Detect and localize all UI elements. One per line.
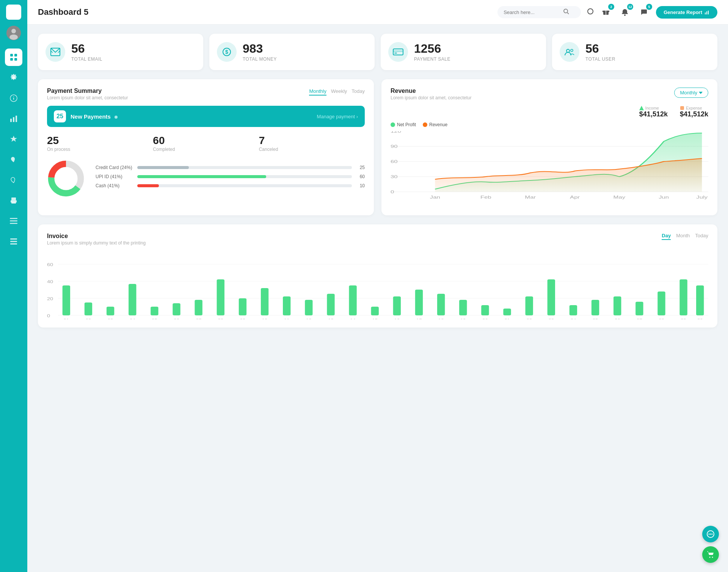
sidebar-item-heart2[interactable] [5, 171, 22, 189]
invoice-bar-30 [696, 285, 704, 315]
bar-label-upi: UPI ID (41%) [96, 174, 133, 179]
svg-text:May: May [613, 195, 626, 199]
invoice-tab-today[interactable]: Today [695, 233, 708, 240]
svg-point-30 [624, 14, 626, 16]
invoice-tab-month[interactable]: Month [676, 233, 690, 240]
svg-line-26 [567, 13, 569, 14]
payment-tab-weekly[interactable]: Weekly [331, 88, 347, 96]
chat-float-button[interactable] [702, 526, 719, 542]
svg-rect-16 [16, 116, 17, 122]
invoice-tab-day[interactable]: Day [662, 233, 671, 240]
sidebar [0, 0, 27, 572]
bar-track-credit [137, 166, 352, 169]
sidebar-item-star[interactable] [5, 130, 22, 148]
svg-text:120: 120 [391, 131, 401, 133]
svg-text:Apr: Apr [570, 195, 580, 199]
theme-toggle[interactable] [587, 8, 594, 16]
stat-number-user: 56 [585, 42, 615, 55]
invoice-bar-25 [592, 300, 599, 315]
svg-text:40: 40 [47, 280, 53, 284]
manage-payment-link[interactable]: Manage payment › [317, 114, 358, 119]
svg-rect-21 [10, 223, 17, 224]
svg-rect-15 [13, 117, 14, 122]
revenue-legend: Net Profit Revenue [391, 122, 708, 127]
stat-info-user: 56 TOTAL USER [585, 42, 615, 61]
sidebar-item-print[interactable] [5, 192, 22, 209]
svg-rect-41 [394, 53, 397, 53]
app-logo [6, 5, 21, 20]
search-input[interactable] [504, 9, 560, 15]
stat-number-money: 983 [243, 42, 277, 55]
svg-text:06: 06 [174, 318, 179, 319]
new-payments-bar: 25 New Payments Manage payment › [47, 106, 365, 127]
svg-rect-48 [680, 106, 684, 110]
revenue-dropdown[interactable]: Monthly [674, 88, 708, 98]
svg-text:Feb: Feb [480, 195, 491, 199]
svg-text:14: 14 [350, 318, 356, 319]
stat-number-email: 56 [71, 42, 102, 55]
svg-point-43 [571, 49, 573, 52]
invoice-bar-11 [283, 296, 290, 315]
svg-text:03: 03 [108, 318, 113, 319]
svg-rect-22 [10, 238, 17, 240]
generate-report-button[interactable]: Generate Report [656, 6, 717, 19]
sidebar-item-favorites[interactable] [5, 151, 22, 168]
sidebar-item-chart[interactable] [5, 110, 22, 127]
stat-card-total-money: $ 983 TOTAL MONEY [209, 34, 375, 70]
gift-badge: 2 [608, 4, 614, 10]
cart-float-button[interactable] [702, 546, 719, 563]
content-area: 56 TOTAL EMAIL $ 983 TOTAL MONEY [27, 25, 728, 346]
bar-label-credit: Credit Card (24%) [96, 165, 133, 170]
bar-val-upi: 60 [356, 174, 365, 179]
stat-card-total-user: 56 TOTAL USER [552, 34, 717, 70]
notifications-bell[interactable]: 12 [618, 5, 632, 19]
invoice-header: Invoice Lorem ipsum is simply dummy text… [47, 233, 708, 246]
sidebar-item-list[interactable] [5, 233, 22, 250]
invoice-bar-8 [217, 279, 224, 315]
notifications-chat[interactable]: 5 [637, 5, 651, 19]
svg-text:30: 30 [391, 175, 398, 179]
invoice-bar-17 [415, 290, 423, 315]
notifications-gift[interactable]: 2 [599, 5, 613, 19]
payment-tab-today[interactable]: Today [351, 88, 365, 96]
svg-text:July: July [696, 195, 708, 199]
sidebar-item-dashboard[interactable] [5, 49, 22, 66]
sidebar-item-settings[interactable] [5, 69, 22, 86]
svg-point-104 [709, 534, 710, 535]
float-buttons [702, 526, 719, 563]
svg-text:11: 11 [284, 318, 290, 319]
invoice-bar-2 [85, 302, 92, 315]
stat-card-payment-sale: 1256 PAYMENT SALE [381, 34, 546, 70]
svg-point-108 [712, 557, 713, 558]
svg-point-42 [566, 49, 570, 52]
invoice-chart: 0 20 40 60 [47, 251, 708, 319]
svg-text:12: 12 [306, 318, 312, 319]
svg-text:10: 10 [262, 318, 268, 319]
bar-fill-upi [137, 175, 266, 178]
invoice-bar-12 [305, 300, 312, 315]
invoice-bar-19 [459, 300, 467, 315]
sidebar-item-info[interactable] [5, 89, 22, 107]
sidebar-item-menu[interactable] [5, 212, 22, 230]
svg-text:Mar: Mar [525, 195, 536, 199]
invoice-bar-26 [613, 296, 621, 315]
revenue-header: Revenue Lorem ipsum dolor sit amet, cons… [391, 88, 708, 100]
expense-stat: Expense $41,512k [680, 106, 708, 118]
svg-rect-33 [708, 11, 709, 14]
revenue-svg: 0 30 60 90 120 [391, 131, 708, 207]
stat-info-payment: 1256 PAYMENT SALE [414, 42, 450, 61]
svg-point-107 [709, 557, 711, 558]
stat-label-email: TOTAL EMAIL [71, 56, 102, 62]
stat-info-email: 56 TOTAL EMAIL [71, 42, 102, 61]
payment-tab-monthly[interactable]: Monthly [309, 88, 326, 96]
avatar[interactable] [6, 26, 21, 40]
svg-text:0: 0 [47, 314, 50, 318]
svg-point-106 [712, 534, 713, 535]
legend-dot-revenue [423, 122, 427, 127]
svg-text:0: 0 [391, 190, 394, 194]
invoice-bar-22 [525, 296, 533, 315]
payment-stats-3col: 25 On process 60 Completed 7 Canceled [47, 135, 365, 152]
invoice-bar-16 [393, 296, 401, 315]
stat-canceled: 7 Canceled [259, 135, 365, 152]
bar-track-cash [137, 184, 352, 187]
